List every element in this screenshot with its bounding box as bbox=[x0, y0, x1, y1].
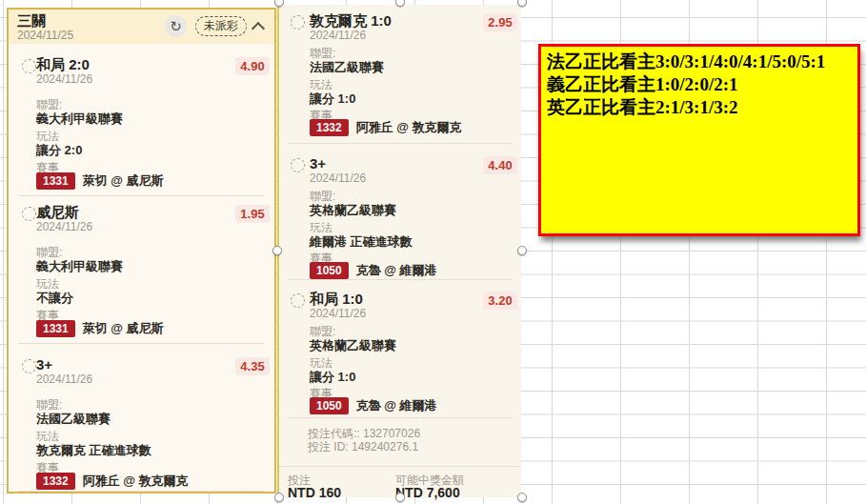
league-value: 義大利甲級聯賽 bbox=[36, 258, 123, 275]
bet-id-line: 投注 ID: 149240276.1 bbox=[308, 440, 420, 454]
leg-divider bbox=[289, 279, 512, 280]
leg-date: 2024/11/26 bbox=[36, 220, 92, 233]
event-code-badge: 1050 bbox=[310, 397, 349, 414]
event-code-badge: 1050 bbox=[310, 262, 349, 279]
event-code-badge: 1331 bbox=[36, 320, 75, 337]
refresh-icon[interactable]: ↻ bbox=[165, 15, 187, 37]
event-code-badge: 1331 bbox=[36, 172, 75, 190]
leg-checkbox[interactable] bbox=[22, 59, 36, 73]
leg-divider bbox=[18, 491, 265, 492]
odds-badge: 4.90 bbox=[235, 57, 270, 75]
note-line-3: 英乙正比看主2:1/3:1/3:2 bbox=[547, 96, 852, 119]
leg-date: 2024/11/26 bbox=[36, 72, 92, 86]
odds-badge: 1.95 bbox=[235, 205, 270, 223]
event-name: 萊切 @ 威尼斯 bbox=[83, 321, 164, 335]
leg-checkbox[interactable] bbox=[291, 158, 305, 172]
event-name: 萊切 @ 威尼斯 bbox=[83, 173, 164, 188]
event-code-badge: 1332 bbox=[310, 119, 349, 136]
odds-badge: 4.35 bbox=[235, 357, 270, 375]
leg-divider bbox=[289, 417, 512, 418]
leg-checkbox[interactable] bbox=[291, 15, 305, 30]
leg-date: 2024/11/26 bbox=[310, 307, 366, 320]
event-row: 1332阿雅丘 @ 敦克爾克 bbox=[36, 472, 189, 490]
league-value: 英格蘭乙級聯賽 bbox=[310, 337, 396, 354]
bet-slip-panel-left: 三關 2024/11/25 ↻ 未派彩 和局 2:0 2024/11/26 4.… bbox=[7, 8, 276, 494]
odds-badge: 3.20 bbox=[483, 292, 517, 310]
league-value: 法國乙級聯賽 bbox=[310, 59, 384, 76]
selection-handle-5[interactable] bbox=[274, 493, 284, 502]
slip-date: 2024/11/25 bbox=[17, 29, 73, 42]
event-row: 1332阿雅丘 @ 敦克爾克 bbox=[310, 118, 462, 136]
event-code-badge: 1332 bbox=[36, 473, 75, 490]
selection-handle-3[interactable] bbox=[272, 246, 282, 255]
event-row: 1050克魯 @ 維爾港 bbox=[310, 396, 437, 414]
play-value: 讓分 1:0 bbox=[310, 91, 355, 108]
event-name: 阿雅丘 @ 敦克爾克 bbox=[356, 120, 462, 134]
bet-codes: 投注代碼:: 132707026 投注 ID: 149240276.1 bbox=[308, 427, 420, 454]
payout-value: NTD 7,600 bbox=[395, 485, 460, 500]
note-line-1: 法乙正比看主3:0/3:1/4:0/4:1/5:0/5:1 bbox=[547, 50, 852, 73]
leg-date: 2024/11/26 bbox=[310, 29, 366, 42]
bet-code-line: 投注代碼:: 132707026 bbox=[308, 427, 420, 440]
event-name: 克魯 @ 維爾港 bbox=[356, 398, 437, 413]
stake-value: NTD 160 bbox=[288, 485, 341, 500]
event-name: 克魯 @ 維爾港 bbox=[356, 263, 437, 277]
leg-date: 2024/11/26 bbox=[36, 373, 92, 386]
play-value: 讓分 1:0 bbox=[310, 369, 355, 386]
note-line-2: 義乙正比看主1:0/2:0/2:1 bbox=[547, 73, 852, 96]
sticky-note[interactable]: 法乙正比看主3:0/3:1/4:0/4:1/5:0/5:1 義乙正比看主1:0/… bbox=[538, 44, 860, 236]
selection-handle-4[interactable] bbox=[517, 246, 527, 255]
leg-checkbox[interactable] bbox=[22, 359, 36, 373]
selection-handle-7[interactable] bbox=[517, 493, 527, 502]
leg-selection: 3+ bbox=[36, 356, 52, 373]
odds-badge: 2.95 bbox=[483, 13, 517, 31]
chevron-up-icon[interactable] bbox=[252, 21, 264, 32]
event-name: 阿雅丘 @ 敦克爾克 bbox=[83, 474, 189, 488]
leg-divider bbox=[289, 143, 512, 144]
odds-badge: 4.40 bbox=[483, 156, 517, 174]
event-row: 1050克魯 @ 維爾港 bbox=[310, 261, 437, 279]
leg-selection: 3+ bbox=[310, 155, 326, 171]
bet-slip-panel-right: 敦克爾克 1:0 2024/11/26 2.95 聯盟: 法國乙級聯賽 玩法 讓… bbox=[277, 5, 521, 497]
league-value: 義大利甲級聯賽 bbox=[36, 111, 123, 128]
leg-checkbox[interactable] bbox=[291, 293, 305, 308]
selection-handle-6[interactable] bbox=[395, 493, 405, 502]
play-value: 敦克爾克 正確進球數 bbox=[36, 442, 151, 459]
event-row: 1331萊切 @ 威尼斯 bbox=[36, 171, 164, 190]
leg-date: 2024/11/26 bbox=[310, 171, 366, 185]
slip-header: 三關 2024/11/25 ↻ 未派彩 bbox=[9, 10, 274, 44]
play-value: 讓分 2:0 bbox=[36, 142, 82, 159]
league-value: 法國乙級聯賽 bbox=[36, 411, 111, 428]
status-badge: 未派彩 bbox=[195, 16, 247, 36]
play-value: 維爾港 正確進球數 bbox=[310, 233, 413, 251]
leg-divider bbox=[18, 195, 265, 196]
leg-divider bbox=[18, 343, 265, 344]
play-value: 不讓分 bbox=[36, 290, 73, 307]
event-row: 1331萊切 @ 威尼斯 bbox=[36, 319, 164, 337]
league-value: 英格蘭乙級聯賽 bbox=[310, 202, 396, 219]
leg-checkbox[interactable] bbox=[22, 207, 36, 221]
